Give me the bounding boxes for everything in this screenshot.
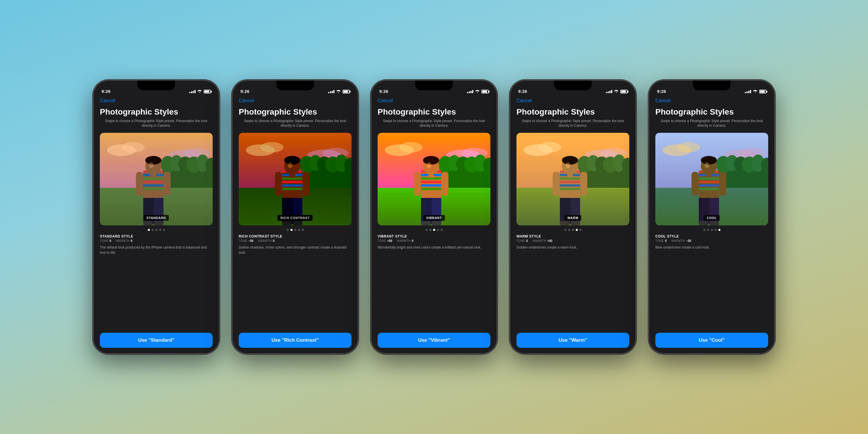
photo-scene: WARM (517, 133, 629, 225)
dot-2 (572, 229, 574, 231)
warmth-item: WARMTH0 (258, 239, 275, 243)
dots-indicator (655, 229, 768, 231)
tone-item: TONE0 (517, 239, 528, 243)
dots-indicator (100, 229, 213, 231)
cancel-button[interactable]: Cancel (239, 95, 351, 106)
dot-0 (148, 229, 150, 231)
warmth-item: WARMTH+50 (532, 239, 552, 243)
dot-3 (576, 229, 578, 231)
status-icons (328, 89, 350, 94)
svg-rect-24 (136, 172, 143, 192)
status-time: 9:26 (657, 89, 666, 94)
page-title: Photographic Styles (239, 107, 351, 117)
svg-rect-85 (421, 177, 441, 180)
svg-rect-51 (282, 177, 302, 180)
svg-point-104 (538, 142, 561, 153)
style-info: WARM STYLETONE0WARMTH+50Golden undertone… (517, 235, 629, 250)
warmth-value: 0 (273, 239, 275, 243)
svg-rect-58 (275, 172, 282, 192)
photo-scene: COOL (655, 133, 768, 225)
phone-standard: 9:26 CancelPhotographic StylesSwipe to c… (93, 80, 220, 354)
photo-scene: VIBRANT (378, 133, 490, 225)
status-icons (189, 89, 211, 94)
svg-point-101 (427, 162, 431, 168)
status-icons (606, 89, 627, 94)
warmth-label: WARMTH (671, 239, 685, 243)
dots-indicator (239, 229, 351, 231)
phone-vibrant: 9:26 CancelPhotographic StylesSwipe to c… (370, 80, 498, 354)
phone-notch (693, 81, 731, 90)
svg-rect-18 (143, 181, 163, 183)
warmth-item: WARMTH−50 (671, 239, 691, 243)
svg-point-158 (701, 156, 717, 165)
warmth-item: WARMTH0 (397, 239, 413, 243)
dot-2 (433, 229, 435, 231)
signal-bars-icon (606, 90, 612, 93)
page-subtitle: Swipe to choose a Photographic Style pre… (100, 119, 213, 128)
wifi-icon (614, 89, 619, 94)
dot-3 (715, 229, 717, 231)
photo-container: STANDARD (100, 133, 213, 225)
tone-warmth-row: TONE−50WARMTH0 (239, 239, 351, 243)
style-name: STANDARD STYLE (100, 235, 133, 239)
cancel-button[interactable]: Cancel (517, 95, 629, 106)
phone-screen: 9:26 CancelPhotographic StylesSwipe to c… (371, 81, 497, 353)
tone-value: 0 (110, 239, 112, 243)
style-description: Blue undertones create a cool look. (655, 245, 768, 250)
dot-4 (441, 229, 443, 231)
tone-warmth-row: TONE0WARMTH−50 (655, 239, 768, 243)
use-cool-button[interactable]: Use "Cool" (655, 333, 768, 348)
svg-rect-125 (567, 173, 573, 178)
svg-rect-59 (302, 172, 310, 192)
tone-value: 0 (665, 239, 667, 243)
phones-container: 9:26 CancelPhotographic StylesSwipe to c… (93, 80, 775, 354)
svg-point-138 (677, 142, 700, 153)
use-rich-contrast-button[interactable]: Use "Rich Contrast" (239, 333, 351, 348)
dot-4 (302, 229, 304, 231)
warmth-item: WARMTH0 (116, 239, 132, 243)
tone-label: TONE (655, 239, 664, 243)
warmth-label: WARMTH (532, 239, 546, 243)
use-standard-button[interactable]: Use "Standard" (100, 333, 213, 348)
svg-rect-121 (560, 184, 580, 187)
phone-rich-contrast: 9:26 CancelPhotographic StylesSwipe to c… (231, 80, 359, 354)
svg-point-67 (288, 162, 292, 168)
page-title: Photographic Styles (655, 107, 768, 117)
style-description: Golden undertones create a warm look. (517, 245, 629, 250)
photo-scene: STANDARD (100, 133, 213, 225)
tone-label: TONE (100, 239, 108, 243)
cancel-button[interactable]: Cancel (100, 95, 213, 106)
svg-rect-66 (293, 221, 302, 225)
style-info: COOL STYLETONE0WARMTH−50Blue undertones … (655, 235, 768, 250)
svg-point-90 (423, 156, 439, 165)
dot-1 (707, 229, 709, 231)
svg-rect-161 (719, 172, 726, 192)
cancel-button[interactable]: Cancel (655, 95, 768, 106)
signal-bars-icon (189, 90, 195, 93)
warmth-value: +50 (548, 239, 552, 243)
use-vibrant-button[interactable]: Use "Vibrant" (378, 333, 490, 348)
style-info: STANDARD STYLETONE0WARMTH0The default lo… (100, 235, 213, 255)
use-warm-button[interactable]: Use "Warm" (517, 333, 629, 348)
phone-cool: 9:26 CancelPhotographic StylesSwipe to c… (648, 80, 775, 354)
photo-scene: RICH CONTRAST (239, 133, 351, 225)
cancel-button[interactable]: Cancel (378, 95, 490, 106)
style-info: VIBRANT STYLETONE+50WARMTH0Wonderfully b… (378, 235, 490, 250)
svg-point-60 (275, 190, 282, 196)
tone-item: TONE−50 (239, 239, 253, 243)
status-icons (467, 89, 489, 94)
svg-point-22 (145, 156, 161, 165)
phone-frame-standard: 9:26 CancelPhotographic StylesSwipe to c… (93, 80, 220, 354)
svg-point-95 (441, 190, 448, 196)
svg-rect-86 (421, 181, 441, 183)
dot-2 (155, 229, 157, 231)
dot-2 (711, 229, 713, 231)
battery-icon (482, 90, 489, 93)
wifi-icon (197, 89, 202, 94)
dot-1 (568, 229, 570, 231)
dot-1 (290, 229, 292, 231)
tone-label: TONE (239, 239, 247, 243)
dot-3 (159, 229, 161, 231)
dot-0 (564, 229, 566, 231)
svg-rect-19 (143, 184, 163, 187)
